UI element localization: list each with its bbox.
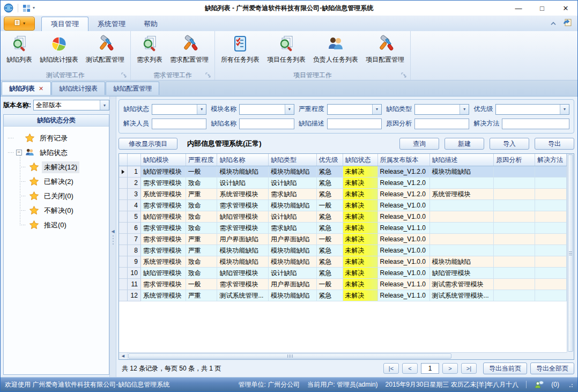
import-button[interactable]: 导入 [490,138,529,150]
export-current-page-button[interactable]: 导出当前页 [483,363,527,374]
doc-tab-defect-list[interactable]: 缺陷列表✕ [2,82,51,95]
defect-list-button[interactable]: 缺陷列表 [3,32,36,70]
resolver-filter[interactable] [152,119,206,129]
dropdown-arrow-icon[interactable]: ▾ [460,105,469,114]
tree-item-all-records[interactable]: 所有记录 [8,131,108,145]
dropdown-arrow-icon[interactable]: ▾ [285,105,294,114]
vertical-scrollbar[interactable] [567,154,574,352]
dialog-launcher-icon[interactable] [121,72,127,78]
toolbar-separator [18,4,18,12]
view-switcher-icon[interactable] [23,4,31,12]
col-header-severity[interactable]: 严重程度 [186,154,217,166]
grid-row-7[interactable]: 7需求管理模块严重用户界面缺陷用户界面缺陷一般未解决Release_V1.0.0 [119,234,567,245]
priority-filter[interactable]: ▾ [495,104,569,115]
vertical-scrollbar-thumb[interactable] [568,154,573,352]
tree-item-not-resolved[interactable]: 不解决(0) [20,203,108,218]
grid-row-5[interactable]: 5缺陷管理模块致命缺陷管理模块设计缺陷紧急未解决Release_V1.0.0 [119,211,567,223]
first-page-button[interactable]: |< [383,363,399,374]
grid-row-6[interactable]: 6需求管理模块致命需求管理模块需求缺陷紧急未解决Release_V1.1.0 [119,223,567,234]
grid-row-4[interactable]: 4需求管理模块致命需求管理模块模块功能缺陷一般未解决Release_V1.0.0 [119,200,567,211]
col-header-defect-status[interactable]: 缺陷状态 [343,154,377,166]
cell-cause-analysis [494,234,535,245]
col-header-priority[interactable]: 优先级 [316,154,343,166]
defect-type-filter[interactable]: ▾ [414,104,469,115]
severity-filter[interactable]: ▾ [327,104,382,115]
tree-item-unresolved[interactable]: 未解决(12) [20,160,108,174]
owner-tasks-button[interactable]: 负责人任务列表 [309,32,362,70]
version-select[interactable]: 全部版本 ▾ [33,100,109,110]
grid-row-11[interactable]: 11需求管理模块一般需求管理模块用户界面缺陷一般未解决Release_V1.1.… [119,279,567,290]
col-header-release-version[interactable]: 所属发布版本 [377,154,429,166]
horizontal-scrollbar-thumb[interactable] [128,353,451,359]
collapse-ribbon-chevron-up-icon[interactable] [550,20,557,27]
doc-tab-defect-config[interactable]: 缺陷配置管理 [106,82,159,95]
user-status-icon[interactable] [534,380,544,389]
col-header-solution[interactable]: 解决方法 [535,154,567,166]
new-button[interactable]: 新建 [444,138,484,150]
grid-row-3[interactable]: 3系统管理模块严重系统管理模块需求缺陷紧急未解决Release_V1.2.0系统… [119,189,567,200]
export-button[interactable]: 导出 [535,138,574,150]
collapse-expander-icon[interactable]: − [16,150,22,156]
requirement-config-button[interactable]: 需求配置管理 [166,32,212,70]
dialog-launcher-icon[interactable] [401,72,406,78]
grid-header-row: 缺陷模块严重程度缺陷名称缺陷类型优先级缺陷状态所属发布版本缺陷描述原因分析解决方… [119,154,567,166]
col-header-cause-analysis[interactable]: 原因分析 [494,154,535,166]
ribbon-tab-project-management[interactable]: 项目管理 [41,17,88,31]
resize-grip[interactable] [567,381,573,388]
dropdown-arrow-icon[interactable]: ▾ [100,100,109,110]
col-header-defect-module[interactable]: 缺陷模块 [140,154,186,166]
prev-page-button[interactable]: < [402,363,418,374]
ribbon-tab-system-management[interactable]: 系统管理 [88,17,135,31]
status-bar-right: 管理单位: 广州分公司 当前用户: 管理员(admin) 2015年9月30日星… [239,380,573,389]
dropdown-arrow-icon[interactable]: ▾ [33,6,35,10]
modify-display-items-button[interactable]: 修改显示项目 [118,138,177,150]
all-tasks-button[interactable]: 所有任务列表 [217,32,263,70]
query-button[interactable]: 查询 [399,138,439,150]
project-tasks-button[interactable]: 项目任务列表 [263,32,309,70]
minimize-button[interactable]: — [507,1,530,16]
dropdown-arrow-icon[interactable]: ▾ [372,105,381,114]
module-name-filter[interactable]: ▾ [239,104,294,115]
grid-row-9[interactable]: 9系统管理模块致命模块功能缺陷模块功能缺陷紧急未解决Release_V1.0.0… [119,256,567,268]
test-config-button[interactable]: 测试配置管理 [82,32,128,70]
tree-item-postponed[interactable]: 推迟(0) [20,218,108,232]
maximize-button[interactable]: □ [530,1,554,16]
dropdown-arrow-icon[interactable]: ▾ [560,105,569,114]
window-switch-icon[interactable] [563,18,572,28]
close-tab-icon[interactable]: ✕ [39,85,43,92]
page-number-input[interactable] [421,363,439,374]
close-button[interactable]: ✕ [554,1,577,16]
col-header-defect-name[interactable]: 缺陷名称 [217,154,269,166]
sidebar-splitter[interactable]: ◀ [109,97,116,377]
collapse-left-icon[interactable]: ◀ [111,230,114,234]
defect-stats-report-button[interactable]: 缺陷统计报表 [36,32,82,70]
export-all-pages-button[interactable]: 导出全部页 [530,363,574,374]
dropdown-arrow-icon[interactable]: ▾ [197,105,206,114]
tree-item-defect-status[interactable]: −缺陷状态 [8,145,108,160]
doc-tab-defect-stats-report[interactable]: 缺陷统计报表 [51,82,105,95]
tree-item-closed[interactable]: 已关闭(0) [20,189,108,203]
application-menu-button[interactable]: ▾ [4,17,35,31]
dialog-launcher-icon[interactable] [205,72,211,78]
defect-name-filter[interactable] [239,119,294,129]
defect-status-filter[interactable]: ▾ [152,104,206,115]
tree-item-resolved[interactable]: 已解决(2) [20,174,108,189]
last-page-button[interactable]: >| [461,363,477,374]
ribbon-tab-help[interactable]: 帮助 [135,17,167,31]
defect-desc-filter[interactable] [327,119,382,129]
col-header-defect-type[interactable]: 缺陷类型 [269,154,317,166]
solution-filter[interactable] [502,119,569,129]
scroll-left-arrow-icon[interactable]: ◀ [119,353,128,359]
grid-row-12[interactable]: 12系统管理模块严重测试系统管理...模块功能缺陷紧急未解决Release_V1… [119,290,567,301]
next-page-button[interactable]: > [442,363,458,374]
cell-defect-module: 需求管理模块 [140,200,186,211]
grid-row-8[interactable]: 8需求管理模块严重模块功能缺陷模块功能缺陷紧急未解决Release_V1.0.0 [119,245,567,256]
grid-row-1[interactable]: 1缺陷管理模块一般模块功能缺陷模块功能缺陷紧急未解决Release_V1.2.0… [119,166,567,177]
cause-analysis-filter[interactable] [414,119,469,129]
project-config-button[interactable]: 项目配置管理 [362,32,408,70]
horizontal-scrollbar[interactable]: ◀ [119,352,567,359]
col-header-defect-desc[interactable]: 缺陷描述 [429,154,494,166]
grid-row-10[interactable]: 10缺陷管理模块致命缺陷管理模块设计缺陷紧急未解决Release_V1.0.0缺… [119,268,567,279]
grid-row-2[interactable]: 2需求管理模块致命设计缺陷设计缺陷紧急未解决Release_V1.2.0 [119,177,567,189]
requirement-list-button[interactable]: 需求列表 [133,32,166,70]
